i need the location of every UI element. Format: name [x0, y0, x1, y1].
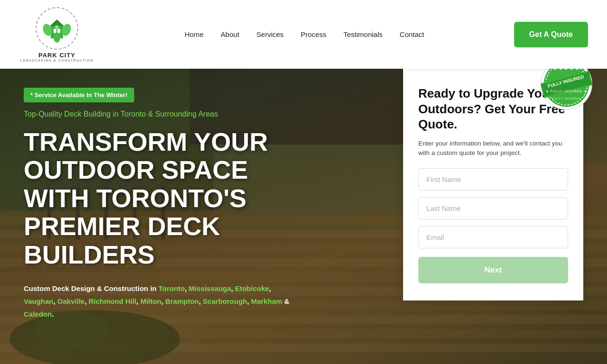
hero-locations: Custom Deck Design & Construction in Tor… — [24, 282, 308, 320]
svg-text:★ ★ ★ ★ ★: ★ ★ ★ ★ ★ — [553, 69, 580, 71]
logo-subtitle: LANDSCAPING & CONSTRUCTION — [20, 59, 93, 62]
loc-vaughan[interactable]: Vaughan — [24, 297, 54, 305]
header: PARK CITY LANDSCAPING & CONSTRUCTION Hom… — [0, 0, 607, 69]
svg-point-7 — [54, 32, 60, 43]
service-badge: * Service Available In The Winter! — [24, 88, 134, 102]
hero-subtitle: Top-Quality Deck Building in Toronto & S… — [24, 110, 308, 118]
svg-rect-1 — [54, 29, 56, 33]
nav-services[interactable]: Services — [257, 30, 284, 38]
hero-title: TRANSFORM YOUR OUTDOOR SPACE WITH TORONT… — [24, 128, 308, 269]
svg-text:FULLY INSURED: FULLY INSURED — [552, 97, 581, 100]
first-name-input[interactable] — [418, 168, 568, 191]
logo-area: PARK CITY LANDSCAPING & CONSTRUCTION — [19, 7, 95, 62]
get-quote-button[interactable]: Get A Quote — [514, 22, 588, 47]
loc-richmond-hill[interactable]: Richmond Hill — [89, 297, 137, 305]
logo-circle — [36, 7, 78, 50]
loc-toronto[interactable]: Toronto — [158, 284, 185, 292]
insured-badge-svg: ★ ★ ★ ★ ★ FULLY INSURED ★ FULLY INSURED … — [539, 69, 594, 111]
nav-contact[interactable]: Contact — [400, 30, 424, 38]
loc-caledon[interactable]: Caledon — [24, 310, 52, 318]
main-nav: Home About Services Process Testimonials… — [95, 30, 514, 38]
nav-testimonials[interactable]: Testimonials — [343, 30, 383, 38]
nav-home[interactable]: Home — [184, 30, 203, 38]
svg-text:★ FULLY INSURED ★: ★ FULLY INSURED ★ — [546, 90, 587, 93]
last-name-input[interactable] — [418, 197, 568, 219]
svg-rect-2 — [57, 29, 60, 33]
locations-intro: Custom Deck Design & Construction in — [24, 284, 156, 292]
logo-icon — [40, 12, 74, 45]
loc-oakville[interactable]: Oakville — [57, 297, 85, 305]
logo-title: PARK CITY — [20, 52, 93, 59]
loc-brampton[interactable]: Brampton — [165, 297, 199, 305]
email-input[interactable] — [418, 226, 568, 248]
logo-text: PARK CITY LANDSCAPING & CONSTRUCTION — [20, 52, 93, 62]
svg-point-8 — [55, 25, 59, 29]
loc-scarborough[interactable]: Scarborough — [203, 297, 247, 305]
nav-about[interactable]: About — [221, 30, 239, 38]
form-description: Enter your information below, and we'll … — [418, 139, 568, 158]
loc-milton[interactable]: Milton — [140, 297, 161, 305]
loc-markham[interactable]: Markham — [251, 297, 282, 305]
hero-content: * Service Available In The Winter! Top-Q… — [0, 69, 332, 339]
insured-badge: ★ ★ ★ ★ ★ FULLY INSURED ★ FULLY INSURED … — [539, 69, 594, 111]
loc-etobicoke[interactable]: Etobicoke — [235, 284, 269, 292]
nav-process[interactable]: Process — [301, 30, 326, 38]
next-button[interactable]: Next — [418, 257, 568, 283]
svg-marker-4 — [50, 19, 64, 26]
loc-mississauga[interactable]: Mississauga — [189, 284, 231, 292]
quote-form-panel: ★ ★ ★ ★ ★ FULLY INSURED ★ FULLY INSURED … — [403, 69, 583, 300]
hero-section: * Service Available In The Winter! Top-Q… — [0, 69, 607, 364]
